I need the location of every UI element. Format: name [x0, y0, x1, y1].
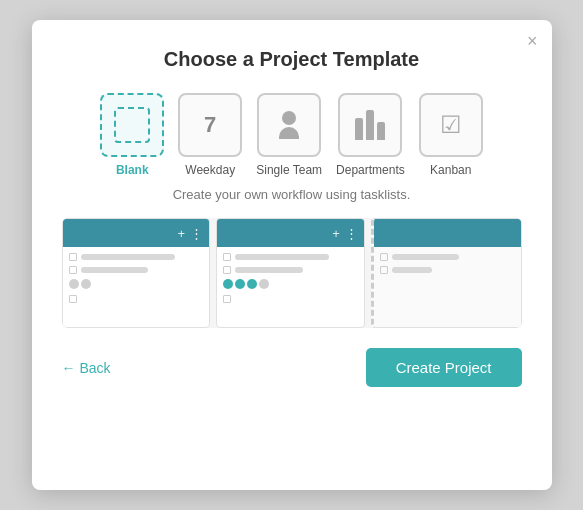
- template-kanban-label: Kanban: [430, 163, 471, 177]
- modal-overlay: × Choose a Project Template Blank 7 Week…: [0, 0, 583, 510]
- template-description: Create your own workflow using tasklists…: [62, 187, 522, 202]
- preview-col-3-header: [374, 219, 521, 247]
- preview-row-8: [380, 266, 515, 274]
- preview-circle-3: [259, 279, 269, 289]
- preview-checkbox-6: [223, 295, 231, 303]
- back-button[interactable]: ← Back: [62, 360, 111, 376]
- preview-circle-2: [81, 279, 91, 289]
- templates-row: Blank 7 Weekday Single Team: [62, 93, 522, 177]
- preview-column-1: + ⋮: [62, 218, 211, 328]
- preview-bar-6: [392, 267, 432, 273]
- dept-bar-1: [355, 118, 363, 140]
- preview-circle-teal-1: [223, 279, 233, 289]
- template-kanban-icon: ☑: [419, 93, 483, 157]
- create-project-button[interactable]: Create Project: [366, 348, 522, 387]
- preview-circle-teal-2: [235, 279, 245, 289]
- preview-checkbox-3: [69, 295, 77, 303]
- preview-column-2: + ⋮: [216, 218, 365, 328]
- preview-col-1-dots-icon: ⋮: [190, 226, 203, 241]
- modal-title: Choose a Project Template: [62, 48, 522, 71]
- preview-col-1-header: + ⋮: [63, 219, 210, 247]
- preview-col-1-plus-icon: +: [178, 226, 186, 241]
- template-single-team[interactable]: Single Team: [256, 93, 322, 177]
- preview-col-1-body: [63, 247, 210, 314]
- person-body: [279, 127, 299, 139]
- preview-row-2: [69, 266, 204, 274]
- preview-row-6: [223, 295, 358, 303]
- single-team-person-icon: [279, 111, 299, 139]
- template-departments-icon: [338, 93, 402, 157]
- template-single-team-icon: [257, 93, 321, 157]
- dept-bar-3: [377, 122, 385, 140]
- preview-col-2-header: + ⋮: [217, 219, 364, 247]
- template-kanban[interactable]: ☑ Kanban: [419, 93, 483, 177]
- preview-checkbox-2: [69, 266, 77, 274]
- template-blank-icon: [100, 93, 164, 157]
- blank-dashed-box: [114, 107, 150, 143]
- modal-footer: ← Back Create Project: [62, 348, 522, 387]
- close-button[interactable]: ×: [527, 32, 538, 50]
- preview-bar-5: [392, 254, 459, 260]
- modal-container: × Choose a Project Template Blank 7 Week…: [32, 20, 552, 490]
- departments-bars-icon: [355, 110, 385, 140]
- preview-circle-1: [69, 279, 79, 289]
- preview-col-2-plus-icon: +: [332, 226, 340, 241]
- preview-col-2-dots-icon: ⋮: [345, 226, 358, 241]
- weekday-number-icon: 7: [204, 112, 216, 138]
- preview-bar-2: [81, 267, 148, 273]
- preview-checkbox-1: [69, 253, 77, 261]
- template-weekday[interactable]: 7 Weekday: [178, 93, 242, 177]
- kanban-check-icon: ☑: [440, 111, 462, 139]
- template-departments[interactable]: Departments: [336, 93, 405, 177]
- person-head: [282, 111, 296, 125]
- template-weekday-label: Weekday: [185, 163, 235, 177]
- preview-row-5: [223, 266, 358, 274]
- preview-circles-2: [223, 279, 358, 289]
- preview-row-4: [223, 253, 358, 261]
- preview-checkbox-7: [380, 253, 388, 261]
- preview-bar-4: [235, 267, 302, 273]
- preview-circles-1: [69, 279, 204, 289]
- preview-checkbox-8: [380, 266, 388, 274]
- preview-col-3-body: [374, 247, 521, 285]
- template-blank-label: Blank: [116, 163, 149, 177]
- template-weekday-icon: 7: [178, 93, 242, 157]
- preview-checkbox-4: [223, 253, 231, 261]
- preview-circle-teal-3: [247, 279, 257, 289]
- template-blank[interactable]: Blank: [100, 93, 164, 177]
- preview-area: + ⋮: [62, 218, 522, 328]
- preview-bar-1: [81, 254, 175, 260]
- preview-col-2-body: [217, 247, 364, 314]
- template-single-team-label: Single Team: [256, 163, 322, 177]
- preview-row-1: [69, 253, 204, 261]
- preview-checkbox-5: [223, 266, 231, 274]
- preview-row-7: [380, 253, 515, 261]
- preview-column-3: [371, 218, 522, 328]
- preview-row-3: [69, 295, 204, 303]
- dept-bar-2: [366, 110, 374, 140]
- template-departments-label: Departments: [336, 163, 405, 177]
- preview-bar-3: [235, 254, 329, 260]
